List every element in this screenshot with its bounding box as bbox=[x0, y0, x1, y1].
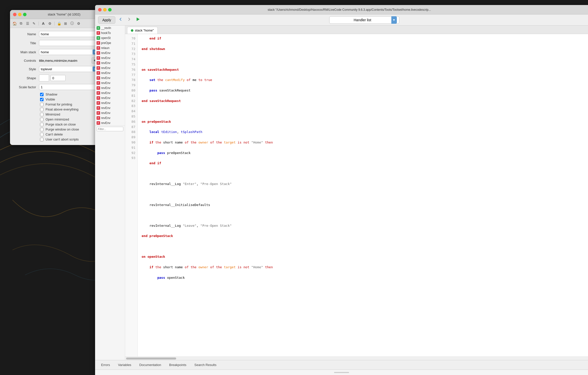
tab-errors[interactable]: Errors bbox=[97, 362, 114, 368]
code-editor[interactable]: 70 71 72 73 74 75 76 77 78 79 80 81 82 8… bbox=[125, 34, 588, 356]
name-input[interactable] bbox=[39, 31, 99, 37]
minimized-checkbox[interactable] bbox=[40, 113, 44, 116]
mainstack-select[interactable]: home bbox=[39, 49, 99, 55]
handler-type-icon: H bbox=[97, 26, 100, 30]
code-line: revInternal__Log "Leave", "Pre-Open Stac… bbox=[142, 223, 584, 228]
handler-item[interactable]: F revEnv bbox=[95, 106, 125, 110]
tab-variables[interactable]: Variables bbox=[114, 362, 135, 368]
tab-label: stack "home" bbox=[135, 28, 154, 32]
code-line: end if bbox=[142, 161, 584, 166]
handler-item[interactable]: F revEnv bbox=[95, 110, 125, 116]
line-num: 84 bbox=[125, 109, 137, 114]
lock-icon[interactable]: 🔒 bbox=[57, 21, 62, 26]
handler-item-name: revEnv bbox=[101, 111, 110, 115]
line-num: 82 bbox=[125, 98, 137, 104]
openmin-label: Open minimized bbox=[46, 118, 69, 121]
shape-input[interactable] bbox=[51, 75, 66, 81]
apply-button[interactable]: Apply bbox=[98, 16, 115, 24]
format-checkbox[interactable] bbox=[40, 103, 44, 106]
cantdelete-checkbox[interactable] bbox=[40, 133, 44, 136]
purgewindow-checkbox-row: Purge window on close bbox=[14, 128, 99, 131]
scalefactor-row: Scale factor bbox=[14, 84, 99, 90]
separator-1 bbox=[39, 22, 39, 26]
scalefactor-label: Scale factor bbox=[14, 85, 39, 89]
handler-item[interactable]: F hookTo bbox=[95, 30, 125, 36]
handler-item[interactable]: F relaun bbox=[95, 46, 125, 50]
code-text[interactable]: end if end shutdown on saveStackRequest … bbox=[138, 34, 588, 356]
handler-item[interactable]: F revEnv bbox=[95, 86, 125, 90]
handler-item-name: revEnv bbox=[101, 81, 110, 85]
handler-item[interactable]: F preOpe bbox=[95, 40, 125, 46]
ide-title: stack "/Users/richmond/Desktop/Haxxxxx/R… bbox=[114, 8, 585, 12]
handler-item[interactable]: H __revIn bbox=[95, 26, 125, 30]
gear-icon[interactable]: ⚙ bbox=[76, 21, 81, 26]
handler-item[interactable]: F revEnv bbox=[95, 120, 125, 126]
ide-body: H __revIn F hookTo H openSt F preOpe F r… bbox=[95, 26, 588, 360]
handler-item[interactable]: F revEnv bbox=[95, 60, 125, 66]
tab-bar: stack "home" bbox=[125, 26, 588, 34]
tab-breakpoints[interactable]: Breakpoints bbox=[165, 362, 190, 368]
handler-item[interactable]: F revEnv bbox=[95, 56, 125, 60]
purgestack-checkbox[interactable] bbox=[40, 123, 44, 126]
ide-close-button[interactable] bbox=[98, 8, 102, 12]
style-select[interactable]: toplevel bbox=[39, 66, 99, 72]
line-num: 79 bbox=[125, 83, 137, 88]
bottom-panel: Errors Variables Documentation Breakpoin… bbox=[95, 360, 588, 375]
line-numbers: 70 71 72 73 74 75 76 77 78 79 80 81 82 8… bbox=[125, 34, 138, 356]
handler-list-select[interactable]: Handler list bbox=[329, 16, 399, 24]
settings-icon[interactable]: ⚙ bbox=[47, 21, 52, 26]
run-button[interactable] bbox=[134, 16, 141, 24]
line-num: 90 bbox=[125, 140, 137, 145]
controls-row: Controls title,menu,minimize,maxim ✥ bbox=[14, 58, 99, 64]
edit-icon[interactable]: ✎ bbox=[32, 21, 37, 26]
handler-item[interactable]: F revEnv bbox=[95, 96, 125, 100]
line-num: 77 bbox=[125, 72, 137, 78]
info-icon[interactable]: ⓘ bbox=[70, 21, 75, 26]
handler-item[interactable]: F revEnv bbox=[95, 80, 125, 86]
handler-item-name: revEnv bbox=[101, 51, 110, 55]
line-num: 83 bbox=[125, 104, 137, 109]
tab-documentation[interactable]: Documentation bbox=[135, 362, 165, 368]
minimize-button[interactable] bbox=[18, 13, 22, 16]
forward-button[interactable] bbox=[126, 16, 132, 23]
tab-search-results[interactable]: Search Results bbox=[190, 362, 220, 368]
usercant-checkbox[interactable] bbox=[40, 138, 44, 141]
handler-item[interactable]: F revEnv bbox=[95, 50, 125, 56]
handler-item[interactable]: F revEnv bbox=[95, 76, 125, 80]
bottom-tab-bar: Errors Variables Documentation Breakpoin… bbox=[95, 360, 588, 370]
scalefactor-input[interactable] bbox=[39, 84, 99, 90]
handler-type-icon: F bbox=[97, 116, 100, 120]
code-line bbox=[142, 57, 584, 62]
scrollbar-thumb[interactable] bbox=[126, 358, 176, 360]
handler-item-name: openSt bbox=[101, 36, 111, 40]
openmin-checkbox[interactable] bbox=[40, 118, 44, 121]
float-checkbox[interactable] bbox=[40, 108, 44, 111]
close-button[interactable] bbox=[13, 13, 17, 16]
line-num: 89 bbox=[125, 135, 137, 140]
ide-minimize-button[interactable] bbox=[103, 8, 107, 12]
home-icon[interactable]: 🏠 bbox=[12, 21, 17, 26]
handler-item[interactable]: F revEnv bbox=[95, 116, 125, 120]
horizontal-scrollbar[interactable] bbox=[125, 356, 588, 360]
handler-filter bbox=[95, 126, 125, 132]
purgewindow-checkbox[interactable] bbox=[40, 128, 44, 131]
stack-icon[interactable]: ⊞ bbox=[63, 21, 68, 26]
shadow-checkbox[interactable] bbox=[40, 93, 44, 96]
list-icon[interactable]: ☰ bbox=[25, 21, 30, 26]
title-input[interactable] bbox=[39, 40, 99, 46]
handler-item[interactable]: F revEnv bbox=[95, 100, 125, 106]
resize-handle[interactable] bbox=[334, 372, 349, 373]
tab-status-dot bbox=[131, 29, 133, 32]
copy-icon[interactable]: ⧉ bbox=[19, 21, 24, 26]
maximize-button[interactable] bbox=[23, 13, 27, 16]
ide-maximize-button[interactable] bbox=[108, 8, 112, 12]
handler-item[interactable]: F revEnv bbox=[95, 70, 125, 76]
home-tab[interactable]: stack "home" bbox=[127, 27, 158, 34]
handler-item[interactable]: F revEnv bbox=[95, 66, 125, 70]
visible-checkbox[interactable] bbox=[40, 98, 44, 101]
filter-input[interactable] bbox=[97, 127, 123, 131]
font-icon[interactable]: A bbox=[41, 21, 46, 26]
handler-item[interactable]: H openSt bbox=[95, 36, 125, 40]
handler-item[interactable]: F revEnv bbox=[95, 90, 125, 96]
back-button[interactable] bbox=[117, 16, 124, 23]
